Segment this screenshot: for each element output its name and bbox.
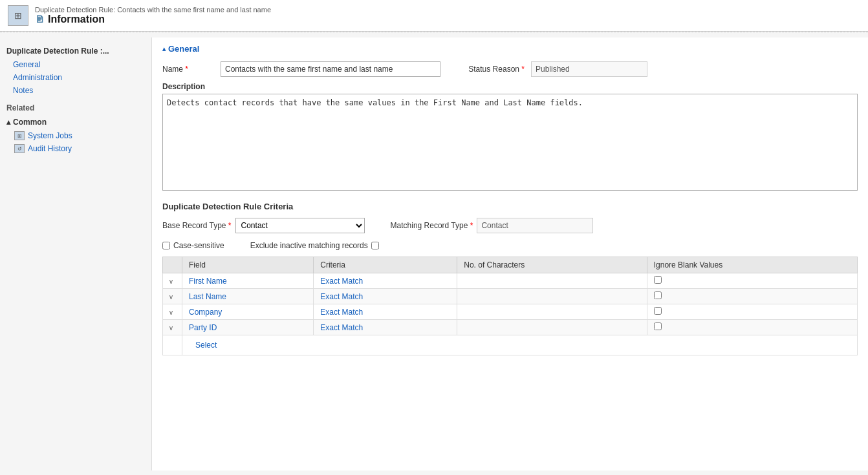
table-row: v Company Exact Match [163,304,858,320]
field-link[interactable]: Last Name [189,292,226,301]
status-reason-input [531,61,647,77]
expand-icon: v [169,278,173,285]
table-row: v Last Name Exact Match [163,289,858,304]
matching-required: * [470,221,473,230]
ignore-blank-cell [647,289,857,304]
name-input[interactable] [221,61,440,77]
sidebar-item-audit-history-label: Audit History [28,144,72,153]
description-label: Description [162,82,858,91]
exclude-inactive-label: Exclude inactive matching records [250,241,368,250]
expand-icon: v [169,309,173,316]
expand-cell: v [163,273,182,289]
field-cell: First Name [182,273,314,289]
main-layout: Duplicate Detection Rule :... General Ad… [0,37,868,470]
sidebar-item-audit-history[interactable]: ↺ Audit History [0,142,151,155]
sidebar-item-system-jobs-label: System Jobs [28,131,72,140]
criteria-cell: Exact Match [314,304,457,320]
criteria-cell: Exact Match [314,273,457,289]
num-chars-cell [457,273,647,289]
case-sensitive-checkbox[interactable] [162,242,170,249]
expand-cell: v [163,304,182,320]
expand-cell: v [163,320,182,335]
name-required: * [185,65,188,74]
sidebar-item-notes[interactable]: Notes [0,84,151,97]
exclude-inactive-checkbox[interactable] [371,242,379,249]
header-app-icon: ⊞ [8,5,28,26]
header-subtitle: Duplicate Detection Rule: Contacts with … [35,6,271,14]
expand-icon: v [169,293,173,301]
num-chars-cell [457,320,647,335]
expand-cell: v [163,289,182,304]
general-triangle-icon: ▴ [162,45,166,52]
table-row: v First Name Exact Match [163,273,858,289]
field-link[interactable]: Party ID [189,323,217,332]
expand-icon: v [169,324,173,332]
field-link[interactable]: Company [189,308,222,317]
sidebar-common-section: ▴ Common [0,115,151,129]
criteria-link[interactable]: Exact Match [320,308,363,317]
table-header-row: Field Criteria No. of Characters Ignore … [163,257,858,273]
base-record-type-group: Base Record Type * Contact [162,218,365,233]
ignore-blank-checkbox[interactable] [654,291,662,299]
criteria-link[interactable]: Exact Match [320,323,363,332]
ignore-blank-cell [647,320,857,335]
base-record-type-select[interactable]: Contact [235,218,365,233]
case-sensitive-label: Case-sensitive [173,241,224,250]
matching-record-type-group: Matching Record Type * [391,218,594,233]
select-cell: Select [182,335,858,355]
ignore-blank-cell [647,273,857,289]
matching-record-type-label: Matching Record Type * [391,221,473,230]
status-required: * [521,65,525,74]
select-expand-cell [163,335,182,355]
col-criteria: Criteria [314,257,457,273]
exclude-inactive-field: Exclude inactive matching records [250,241,380,250]
sidebar-item-system-jobs[interactable]: ⊞ System Jobs [0,129,151,142]
description-textarea[interactable]: Detects contact records that have the sa… [162,94,858,191]
sidebar-item-administration[interactable]: Administration [0,71,151,84]
header-title-group: Duplicate Detection Rule: Contacts with … [35,6,271,25]
sidebar: Duplicate Detection Rule :... General Ad… [0,37,152,470]
criteria-link[interactable]: Exact Match [320,277,363,286]
case-sensitive-field: Case-sensitive [162,241,224,250]
sidebar-item-general[interactable]: General [0,58,151,71]
col-num-chars: No. of Characters [457,257,647,273]
criteria-section-title: Duplicate Detection Rule Criteria [162,202,858,211]
status-reason-label: Status Reason * [447,65,525,74]
general-section-header: ▴ General [162,44,858,54]
ignore-blank-checkbox[interactable] [654,322,662,330]
criteria-checkbox-row: Case-sensitive Exclude inactive matching… [162,241,858,250]
ignore-blank-cell [647,304,857,320]
num-chars-cell [457,304,647,320]
name-status-row: Name * Status Reason * [162,61,858,77]
criteria-cell: Exact Match [314,289,457,304]
criteria-form-row: Base Record Type * Contact Matching Reco… [162,218,858,233]
field-cell: Company [182,304,314,320]
field-cell: Last Name [182,289,314,304]
sidebar-common-title-text: Common [13,118,47,127]
ignore-blank-checkbox[interactable] [654,307,662,315]
table-select-row: Select [163,335,858,355]
content-area: ▴ General Name * Status Reason * Descrip… [152,37,868,470]
select-link[interactable]: Select [189,338,223,352]
audit-history-icon: ↺ [14,144,25,153]
sidebar-nav-title: Duplicate Detection Rule :... [0,43,151,58]
matching-record-type-input [477,218,593,233]
sidebar-related-title: Related [0,97,151,115]
col-field: Field [182,257,314,273]
header: ⊞ Duplicate Detection Rule: Contacts wit… [0,0,868,32]
common-triangle-icon: ▴ [6,118,10,127]
header-title-icon: 🖹 [35,14,44,25]
field-link[interactable]: First Name [189,277,227,286]
table-row: v Party ID Exact Match [163,320,858,335]
system-jobs-icon: ⊞ [14,131,25,140]
ignore-blank-checkbox[interactable] [654,276,662,284]
num-chars-cell [457,289,647,304]
header-title-text: Information [48,14,105,25]
criteria-cell: Exact Match [314,320,457,335]
header-title: 🖹 Information [35,14,271,25]
base-required: * [228,221,232,230]
criteria-table: Field Criteria No. of Characters Ignore … [162,257,858,355]
base-record-type-label: Base Record Type * [162,221,232,230]
col-expand [163,257,182,273]
criteria-link[interactable]: Exact Match [320,292,363,301]
